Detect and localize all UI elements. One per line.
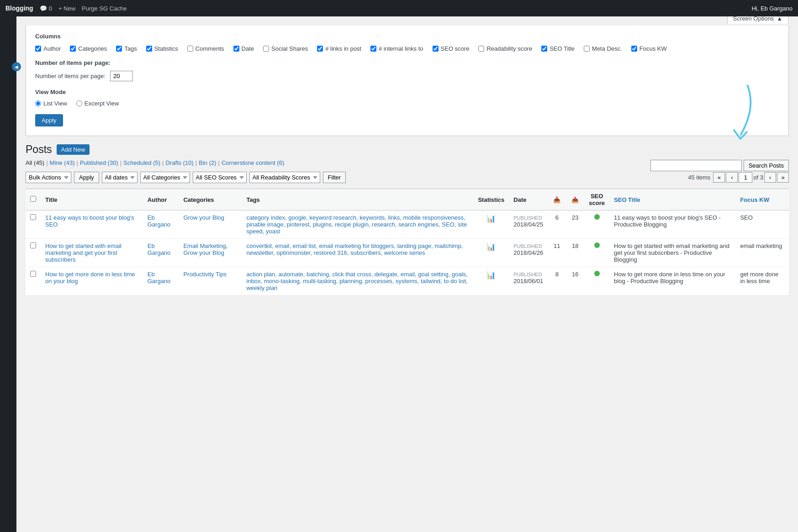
col-author-label[interactable]: Author xyxy=(43,45,61,52)
col-meta-desc-label[interactable]: Meta Desc. xyxy=(592,45,622,52)
col-internal-links-label[interactable]: # internal links to xyxy=(379,45,423,52)
th-date: Date xyxy=(509,189,548,211)
row2-focus-kw-cell: email marketing xyxy=(735,239,789,267)
col-date-checkbox[interactable] xyxy=(233,46,239,52)
col-focus-kw-label[interactable]: Focus KW xyxy=(639,45,667,52)
add-new-button[interactable]: Add New xyxy=(57,144,90,155)
col-internal-links-checkbox[interactable] xyxy=(370,46,376,52)
admin-bar-purge[interactable]: Purge SG Cache xyxy=(82,5,127,12)
search-input[interactable] xyxy=(650,160,742,171)
col-links-post-label[interactable]: # links in post xyxy=(325,45,361,52)
col-focus-kw-checkbox[interactable] xyxy=(631,46,637,52)
row1-cat-link[interactable]: Grow your Blog xyxy=(183,214,224,221)
col-social-checkbox[interactable] xyxy=(263,46,269,52)
col-readability-checkbox[interactable] xyxy=(478,46,484,52)
bulk-actions-select[interactable]: Bulk Actions xyxy=(26,172,71,183)
th-seo-title[interactable]: SEO Title xyxy=(609,189,735,211)
sidebar: ◀ xyxy=(0,16,16,532)
row1-seo-dot xyxy=(594,214,600,220)
row2-stats-icon[interactable]: 📊 xyxy=(486,243,496,251)
col-statistics-label[interactable]: Statistics xyxy=(154,45,178,52)
row2-cat-link-2[interactable]: Grow your Blog xyxy=(183,249,224,256)
row2-links-in: 11 xyxy=(548,239,566,267)
admin-bar-brand[interactable]: Blogging xyxy=(5,5,33,12)
search-posts-button[interactable]: Search Posts xyxy=(744,160,789,171)
filter-cornerstone[interactable]: Cornerstone content (6) xyxy=(222,159,284,166)
col-statistics-checkbox[interactable] xyxy=(146,46,152,52)
col-categories-checkbox[interactable] xyxy=(70,46,76,52)
row1-links-in: 6 xyxy=(548,211,566,239)
row3-author-link[interactable]: Eb Gargano xyxy=(148,271,171,284)
first-page-button[interactable]: « xyxy=(713,172,725,183)
row1-stats-icon[interactable]: 📊 xyxy=(486,215,496,222)
th-title[interactable]: Title xyxy=(41,189,143,211)
col-readability-label[interactable]: Readability score xyxy=(486,45,532,52)
filter-all[interactable]: All (45) xyxy=(26,159,44,166)
filter-mine[interactable]: Mine (43) xyxy=(50,159,75,166)
admin-bar-user[interactable]: Hi, Eb Gargano xyxy=(751,5,793,12)
admin-bar-comments[interactable]: 💬 0 xyxy=(40,5,52,12)
row3-date-cell: Published 2018/06/01 xyxy=(509,267,548,295)
row3-links-to: 16 xyxy=(566,267,584,295)
row2-cat-link-1[interactable]: Email Marketing xyxy=(183,242,226,249)
row1-checkbox[interactable] xyxy=(30,214,36,220)
filter-scheduled[interactable]: Scheduled (5) xyxy=(123,159,160,166)
row3-checkbox-cell xyxy=(26,267,41,295)
col-seo-title-checkbox[interactable] xyxy=(541,46,547,52)
col-meta-desc-checkbox[interactable] xyxy=(584,46,590,52)
admin-bar-new[interactable]: + New xyxy=(58,5,75,12)
admin-bar-left: Blogging 💬 0 + New Purge SG Cache xyxy=(5,5,127,12)
select-all-checkbox[interactable] xyxy=(30,196,36,202)
row2-date: 2018/04/26 xyxy=(513,249,543,256)
pagination-input[interactable] xyxy=(110,71,133,81)
row2-checkbox[interactable] xyxy=(30,242,36,248)
row2-categories-cell: Email Marketing, Grow your Blog xyxy=(179,239,242,267)
categories-filter[interactable]: All Categories xyxy=(140,172,190,183)
row3-checkbox[interactable] xyxy=(30,271,36,277)
col-comments-checkbox[interactable] xyxy=(187,46,193,52)
th-focus-kw[interactable]: Focus KW xyxy=(735,189,789,211)
filter-published[interactable]: Published (30) xyxy=(80,159,118,166)
last-page-button[interactable]: » xyxy=(777,172,789,183)
row3-title-link[interactable]: How to get more done in less time on you… xyxy=(45,271,135,284)
pagination-nav: « ‹ of 3 › » xyxy=(713,172,789,183)
seo-scores-filter[interactable]: All SEO Scores xyxy=(193,172,247,183)
col-readability: Readability score xyxy=(478,45,532,52)
row2-author-link[interactable]: Eb Gargano xyxy=(148,242,171,256)
col-social-label[interactable]: Social Shares xyxy=(271,45,308,52)
view-mode-title: View Mode xyxy=(35,89,779,95)
row2-title-link[interactable]: How to get started with email marketing … xyxy=(45,242,122,263)
col-categories-label[interactable]: Categories xyxy=(78,45,107,52)
prev-page-button[interactable]: ‹ xyxy=(726,172,738,183)
dates-filter[interactable]: All dates xyxy=(102,172,137,183)
sidebar-toggle[interactable]: ◀ xyxy=(12,62,21,71)
col-date-label[interactable]: Date xyxy=(242,45,254,52)
row1-seo-title-cell: 11 easy ways to boost your blog's SEO - … xyxy=(609,211,735,239)
filter-drafts[interactable]: Drafts (10) xyxy=(165,159,193,166)
readability-filter[interactable]: All Readability Scores xyxy=(249,172,320,183)
row1-author-link[interactable]: Eb Gargano xyxy=(148,214,171,228)
col-tags-checkbox[interactable] xyxy=(116,46,122,52)
row1-title-link[interactable]: 11 easy ways to boost your blog's SEO xyxy=(45,214,134,228)
col-links-post-checkbox[interactable] xyxy=(317,46,323,52)
col-seo-score-checkbox[interactable] xyxy=(433,46,439,52)
apply-button[interactable]: Apply xyxy=(74,172,99,183)
view-excerpt-label[interactable]: Excerpt View xyxy=(85,100,119,107)
row3-stats-icon[interactable]: 📊 xyxy=(486,271,496,279)
col-seo-title-label[interactable]: SEO Title xyxy=(550,45,575,52)
row2-tags-cell: convertkit, email, email list, email mar… xyxy=(242,239,473,267)
main-content: Screen Options ▲ Columns Author Categori… xyxy=(16,16,798,532)
filter-bin[interactable]: Bin (2) xyxy=(199,159,216,166)
filter-button[interactable]: Filter xyxy=(323,172,346,183)
col-author-checkbox[interactable] xyxy=(35,46,41,52)
col-seo-score-label[interactable]: SEO score xyxy=(441,45,470,52)
col-tags-label[interactable]: Tags xyxy=(124,45,137,52)
view-list-label[interactable]: List View xyxy=(43,100,67,107)
next-page-button[interactable]: › xyxy=(764,172,776,183)
col-comments-label[interactable]: Comments xyxy=(196,45,224,52)
page-number-input[interactable] xyxy=(739,172,752,183)
row3-cat-link[interactable]: Productivity Tips xyxy=(183,271,227,278)
view-excerpt-radio[interactable] xyxy=(76,100,82,106)
screen-options-apply-button[interactable]: Apply xyxy=(35,114,63,126)
view-list-radio[interactable] xyxy=(35,100,41,106)
